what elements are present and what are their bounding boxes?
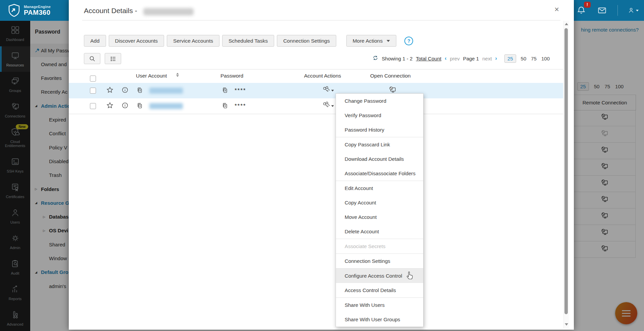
prev-arrow-icon[interactable]: ‹: [445, 55, 446, 61]
showing-count-label: Showing 1 - 2: [382, 56, 413, 61]
page-size-75[interactable]: 75: [531, 56, 537, 61]
connection-settings-button[interactable]: Connection Settings: [277, 35, 336, 47]
next-label[interactable]: next: [482, 56, 492, 61]
row-checkbox[interactable]: [90, 103, 96, 109]
brand-logo[interactable]: ManageEngine PAM360: [7, 4, 51, 17]
copy-icon[interactable]: [221, 87, 228, 95]
table-header-row: User Account Password Account Actions Op…: [69, 69, 563, 83]
copy-icon[interactable]: [221, 102, 228, 110]
menu-item-share-with-users[interactable]: Share With Users: [336, 297, 423, 312]
account-row[interactable]: ****: [69, 98, 563, 114]
messages-mail-icon[interactable]: [597, 5, 607, 16]
service-accounts-button[interactable]: Service Accounts: [167, 35, 219, 47]
column-password: Password: [220, 73, 243, 79]
list-icon: [110, 55, 116, 62]
star-icon[interactable]: [106, 87, 113, 95]
password-mask: ****: [235, 87, 246, 94]
user-menu-caret-icon: [636, 10, 639, 11]
menu-item-move-account[interactable]: Move Account: [336, 210, 423, 224]
chevron-down-icon: [331, 90, 334, 92]
scrollbar-thumb[interactable]: [564, 28, 568, 314]
scroll-down-icon[interactable]: [565, 323, 568, 326]
account-actions-button[interactable]: [322, 101, 334, 111]
copy-icon[interactable]: [136, 87, 143, 95]
account-details-modal: Account Details - × AddDiscover Accounts…: [69, 0, 574, 330]
user-profile-icon[interactable]: [628, 5, 639, 16]
menu-item-access-control-details[interactable]: Access Control Details: [336, 283, 423, 297]
redacted-resource-name: [143, 8, 194, 15]
copy-icon[interactable]: [136, 102, 143, 110]
menu-item-verify-password[interactable]: Verify Password: [336, 108, 423, 123]
account-actions-menu: Change PasswordVerify PasswordPassword H…: [336, 93, 424, 327]
column-account-actions: Account Actions: [304, 73, 341, 79]
menu-item-associate-secrets: Associate Secrets: [336, 239, 423, 253]
redacted-account-name[interactable]: [149, 88, 183, 94]
discover-accounts-button[interactable]: Discover Accounts: [109, 35, 164, 47]
help-icon[interactable]: ?: [404, 37, 413, 45]
info-icon[interactable]: [122, 87, 128, 95]
more-actions-label: More Actions: [353, 38, 383, 44]
modal-scrollbar[interactable]: [563, 21, 569, 328]
page-indicator: Page 1: [463, 56, 479, 61]
menu-item-share-with-user-groups[interactable]: Share With User Groups: [336, 312, 423, 327]
next-arrow-icon[interactable]: ›: [495, 55, 497, 61]
menu-item-password-history[interactable]: Password History: [336, 123, 423, 137]
menu-item-download-account-details[interactable]: Download Account Details: [336, 152, 423, 166]
brand-pam360: PAM360: [24, 9, 51, 16]
menu-item-edit-account[interactable]: Edit Account: [336, 181, 423, 195]
add-button[interactable]: Add: [84, 35, 106, 47]
pam360-shield-icon: [7, 4, 21, 17]
prev-label[interactable]: prev: [450, 56, 459, 61]
page-size-25[interactable]: 25: [504, 54, 516, 63]
table-iconbar: [84, 53, 121, 64]
close-icon[interactable]: ×: [554, 5, 559, 13]
scheduled-tasks-button[interactable]: Scheduled Tasks: [222, 35, 274, 47]
star-icon[interactable]: [106, 102, 113, 110]
brand-text: ManageEngine PAM360: [24, 5, 51, 16]
chevron-down-icon: [331, 105, 334, 107]
scroll-up-icon[interactable]: [565, 23, 568, 25]
modal-toolbar: AddDiscover AccountsService AccountsSche…: [84, 35, 413, 47]
account-actions-button[interactable]: [322, 86, 334, 96]
menu-item-delete-account[interactable]: Delete Account: [336, 224, 423, 239]
notifications-bell-icon[interactable]: !: [576, 5, 587, 16]
keys-icon: [322, 86, 331, 96]
row-checkbox[interactable]: [90, 88, 96, 94]
sort-icon[interactable]: [176, 73, 179, 77]
mouse-hand-cursor: [405, 271, 414, 282]
page-size-100[interactable]: 100: [541, 56, 550, 61]
menu-item-copy-account[interactable]: Copy Account: [336, 195, 423, 210]
brand-manageengine: ManageEngine: [24, 5, 51, 9]
title-divider: [82, 20, 560, 20]
chevron-down-icon: [387, 40, 390, 42]
total-count-link[interactable]: Total Count: [416, 56, 441, 61]
modal-title: Account Details -: [84, 7, 137, 15]
info-icon[interactable]: [122, 102, 128, 110]
pam360-app: ManageEngine PAM360 ! DashboardResources…: [0, 0, 644, 331]
search-icon: [89, 55, 96, 62]
refresh-icon[interactable]: [372, 55, 379, 62]
column-user-account[interactable]: User Account: [136, 73, 167, 79]
pagination-bar: Showing 1 - 2 Total Count ‹ prev Page 1 …: [372, 53, 550, 64]
page-size-selector: 255075100: [504, 54, 550, 63]
notification-badge: !: [584, 2, 591, 8]
menu-item-associate-disassociate-folders[interactable]: Associate/Disassociate Folders: [336, 166, 423, 181]
header-divider: [617, 5, 618, 16]
menu-item-change-password[interactable]: Change Password: [336, 94, 423, 108]
page-size-50[interactable]: 50: [521, 56, 527, 61]
keys-icon: [322, 101, 331, 111]
column-open-connection: Open Connection: [370, 73, 411, 79]
account-row[interactable]: ****: [69, 83, 563, 98]
redacted-account-name[interactable]: [149, 103, 183, 109]
more-actions-button[interactable]: More Actions: [346, 35, 397, 47]
menu-item-connection-settings[interactable]: Connection Settings: [336, 253, 423, 268]
menu-item-copy-passcard-link[interactable]: Copy Passcard Link: [336, 137, 423, 152]
column-list-button[interactable]: [105, 53, 121, 64]
search-button[interactable]: [84, 53, 100, 64]
password-mask: ****: [235, 103, 246, 109]
